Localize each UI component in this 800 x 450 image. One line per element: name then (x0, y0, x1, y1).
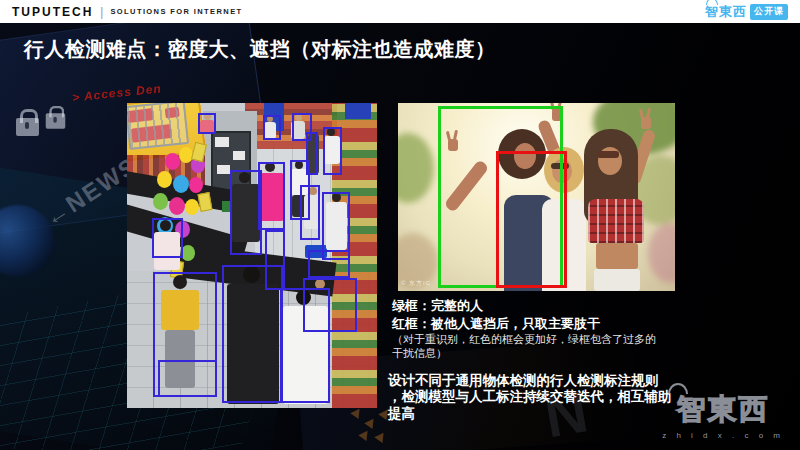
shopping-cart (127, 103, 189, 150)
scene-crowd (648, 223, 675, 283)
padlock-icon (46, 113, 66, 128)
bbox-blue (198, 113, 216, 134)
zhidx-watermark: 智東西 z h i d x . c o m (662, 390, 784, 440)
balloon (185, 199, 199, 215)
brand-name: TUPUTECH (12, 5, 93, 19)
watermark-text: 智東西 (662, 390, 784, 430)
bbox-red (496, 151, 567, 288)
antenna-icon (706, 0, 718, 5)
legend-note-line2: 干扰信息） (392, 346, 656, 360)
balloon (169, 197, 185, 215)
brand-lockup: TUPUTECH | SOLUTIONS FOR INTERNET (12, 5, 243, 19)
festival-photo: © 东方IC (398, 103, 675, 291)
bbox-blue (263, 115, 281, 140)
bbox-blue (222, 265, 283, 403)
scene-note (233, 151, 245, 160)
legend-note-line1: （对于重识别，红色的框会更加好，绿框包含了过多的 (392, 332, 656, 346)
scene-sign (345, 103, 371, 119)
supermarket-photo (127, 103, 377, 408)
scene-note (215, 137, 229, 147)
zhidx-logo-text: 智東西 (705, 3, 747, 21)
balloon (153, 193, 168, 210)
balloon (173, 175, 189, 193)
watermark-domain: z h i d x . c o m (662, 431, 784, 440)
scene-trees (398, 133, 434, 203)
balloon (189, 177, 203, 193)
brand-tagline: SOLUTIONS FOR INTERNET (110, 7, 242, 16)
open-class-badge: 公开课 (750, 4, 788, 20)
bbox-blue (308, 250, 350, 278)
person-torso (588, 199, 644, 243)
brand-separator: | (100, 5, 103, 19)
legend-red: 红框：被他人遮挡后，只取主要肢干 (392, 315, 656, 333)
bbox-blue (323, 127, 342, 175)
bbox-blue (230, 170, 262, 255)
balloon (165, 153, 180, 170)
scene-note (217, 165, 230, 174)
person-midriff (596, 243, 638, 269)
padlock-icon (16, 118, 39, 136)
sunglasses-icon (597, 151, 619, 158)
legend-green: 绿框：完整的人 (392, 297, 656, 315)
photo-credit: © 东方IC (401, 279, 431, 288)
zhidx-logo: 智東西 公开课 (705, 3, 788, 21)
bbox-blue (152, 218, 183, 258)
person-skirt (594, 269, 640, 291)
page-title: 行人检测难点：密度大、遮挡（对标注也造成难度） (24, 36, 496, 63)
bbox-blue (300, 185, 320, 240)
balloon (181, 245, 195, 261)
balloon (157, 171, 172, 188)
top-bar: TUPUTECH | SOLUTIONS FOR INTERNET 智東西 公开… (0, 0, 800, 23)
slide: > Access Den ←NEWS N TUPUTECH | SOLUTION… (0, 0, 800, 450)
bbox-blue (158, 360, 217, 397)
bbox-blue (303, 278, 357, 332)
paragraph-line: 设计不同于通用物体检测的行人检测标注规则 (388, 373, 718, 389)
bbox-blue (258, 162, 285, 230)
legend-block: 绿框：完整的人 红框：被他人遮挡后，只取主要肢干 （对于重识别，红色的框会更加好… (392, 297, 656, 361)
